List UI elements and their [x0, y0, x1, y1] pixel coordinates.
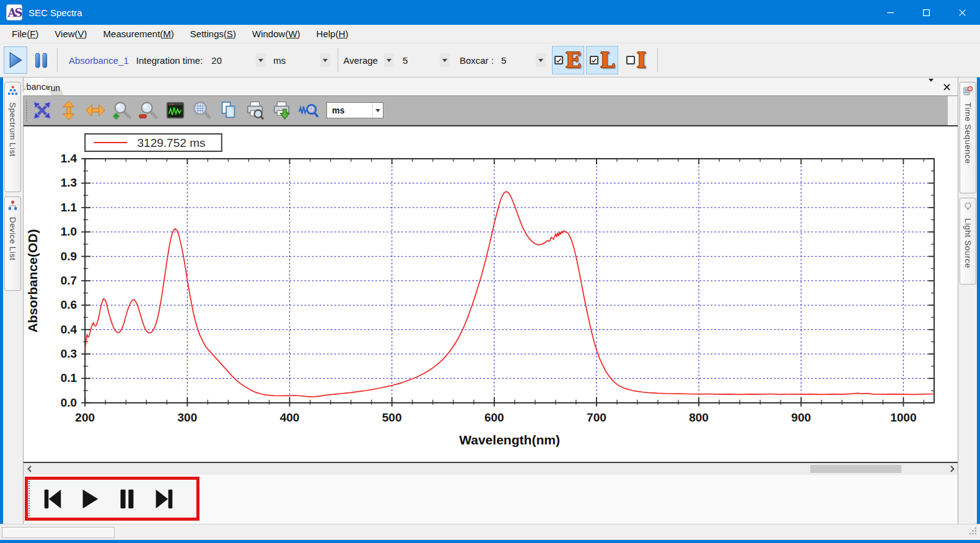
svg-text:300: 300	[178, 411, 198, 424]
spectrum-chart[interactable]: 20030040050060070080090010000.00.10.30.4…	[24, 126, 958, 462]
menu-label: )	[233, 29, 236, 39]
menu-item-help[interactable]: Help(H)	[308, 25, 357, 43]
player-skip-start-button[interactable]	[40, 487, 65, 511]
spectrum-chart-panel[interactable]: 20030040050060070080090010000.00.10.30.4…	[24, 125, 958, 463]
app-icon: AS	[6, 4, 22, 20]
playback-controls-highlighted	[25, 477, 199, 521]
svg-text:0.0: 0.0	[61, 396, 77, 409]
oscilloscope-icon[interactable]	[164, 99, 186, 121]
svg-text:1000: 1000	[890, 411, 916, 424]
scroll-left-arrow-icon[interactable]	[24, 463, 35, 475]
status-panel	[2, 527, 115, 538]
svg-text:0.6: 0.6	[61, 298, 77, 311]
svg-text:600: 600	[484, 411, 504, 424]
menu-label: Measurement(	[103, 29, 164, 39]
checkbox-checked-icon[interactable]	[590, 56, 598, 64]
tab-close-button[interactable]	[943, 82, 950, 93]
svg-text:700: 700	[587, 411, 606, 424]
content-row: Spectrum ListDevice List Spectrum_0Absor…	[0, 77, 980, 524]
boxcar-value[interactable]: 5	[501, 55, 535, 66]
channel-toggle-e[interactable]: E	[552, 46, 584, 74]
maximize-button[interactable]	[908, 0, 944, 25]
sidebar-tab-spectrum-list[interactable]: Spectrum List	[4, 82, 21, 192]
average-mode-dropdown[interactable]	[384, 53, 394, 67]
menu-item-settings[interactable]: Settings(S)	[182, 25, 244, 43]
right-sidebar: Time SequenceLight Source	[958, 77, 980, 524]
sidebar-tab-label: Device List	[8, 217, 17, 260]
fit-horizontal-icon[interactable]	[84, 99, 107, 121]
scrollbar-thumb[interactable]	[810, 465, 901, 473]
menu-item-window[interactable]: Window(W)	[244, 25, 308, 43]
playback-bar	[24, 475, 958, 524]
toolbar-separator	[57, 48, 58, 72]
integration-time-dropdown[interactable]	[256, 53, 266, 67]
svg-text:900: 900	[791, 411, 811, 424]
channel-toggle-l[interactable]: L	[586, 46, 618, 74]
toggle-letter: I	[637, 50, 647, 71]
center-column: Spectrum_0Absorbance_1Absorbance_test ms…	[24, 77, 958, 524]
sidebar-tab-time-sequence[interactable]: Time Sequence	[960, 82, 976, 193]
checkbox-unchecked-icon[interactable]	[626, 56, 635, 64]
window-title: SEC Spectra	[28, 7, 82, 18]
tab-strip-controls	[929, 82, 950, 93]
menu-label: Window(	[252, 29, 288, 39]
svg-text:0.3: 0.3	[61, 347, 77, 360]
menu-item-measurement[interactable]: Measurement(M)	[95, 25, 182, 43]
scrollbar-track[interactable]	[35, 463, 947, 475]
close-button[interactable]	[944, 0, 980, 25]
horizontal-scrollbar[interactable]	[24, 463, 958, 475]
menu-item-file[interactable]: File(F)	[4, 25, 46, 43]
svg-text:0.1: 0.1	[61, 371, 77, 384]
menu-label: )	[297, 29, 300, 39]
zoom-in-icon[interactable]	[111, 99, 133, 121]
sidebar-tab-light-source[interactable]: Light Source	[960, 198, 976, 285]
start-measurement-button[interactable]	[4, 46, 27, 74]
time-unit-combo[interactable]: ms	[326, 102, 383, 118]
title-bar: AS SEC Spectra	[0, 0, 980, 25]
average-label[interactable]: Average	[343, 55, 378, 66]
integration-unit-value[interactable]: ms	[273, 55, 319, 66]
copy-icon[interactable]	[217, 99, 240, 121]
integration-time-value[interactable]: 20	[211, 55, 255, 66]
print-export-icon[interactable]	[271, 99, 293, 121]
menu-mnemonic: V	[78, 29, 84, 39]
document-tab-strip: Spectrum_0Absorbance_1Absorbance_test	[24, 77, 958, 96]
legend-label: 3129.752 ms	[137, 136, 205, 149]
svg-text:1.0: 1.0	[61, 225, 77, 238]
menu-bar: File(F)View(V)Measurement(M)Settings(S)W…	[0, 25, 980, 43]
svg-text:800: 800	[689, 411, 709, 424]
active-device-label: Absorbance_1	[69, 55, 129, 66]
average-value[interactable]: 5	[403, 55, 439, 66]
average-value-dropdown[interactable]	[440, 53, 450, 67]
fit-all-icon[interactable]	[31, 99, 53, 121]
print-preview-icon[interactable]	[244, 99, 266, 121]
player-skip-end-button[interactable]	[152, 487, 177, 511]
mesh-zoom-icon[interactable]	[191, 99, 213, 121]
channel-toggle-i[interactable]: I	[620, 46, 652, 74]
svg-text:0.9: 0.9	[61, 250, 77, 263]
zoom-out-icon[interactable]	[138, 99, 160, 121]
scroll-right-arrow-icon[interactable]	[947, 463, 958, 475]
fit-vertical-icon[interactable]	[58, 99, 80, 121]
chart-toolbar: ms	[24, 96, 948, 125]
sidebar-tab-device-list[interactable]: Device List	[4, 196, 21, 291]
app-window: AS SEC Spectra File(F)View(V)Measurement…	[0, 0, 980, 543]
player-pause-button[interactable]	[115, 487, 139, 511]
menu-mnemonic: H	[338, 29, 345, 39]
player-play-button[interactable]	[77, 487, 102, 511]
svg-text:1.1: 1.1	[61, 201, 77, 214]
minimize-button[interactable]	[872, 0, 908, 25]
time-unit-dropdown[interactable]	[372, 103, 383, 118]
tab-list-dropdown[interactable]	[929, 82, 934, 93]
spectrum-list-icon	[8, 86, 17, 98]
menu-item-view[interactable]: View(V)	[46, 25, 95, 43]
boxcar-dropdown[interactable]	[536, 53, 546, 67]
toolbar-grip[interactable]	[26, 100, 27, 121]
checkbox-checked-icon[interactable]	[554, 56, 563, 64]
resize-grip-icon[interactable]	[968, 526, 977, 537]
pause-measurement-button[interactable]	[30, 46, 52, 74]
integration-unit-dropdown[interactable]	[320, 53, 330, 67]
time-unit-value: ms	[327, 105, 372, 115]
wave-zoom-icon[interactable]	[297, 99, 320, 121]
sidebar-tab-label: Light Source	[963, 218, 973, 268]
